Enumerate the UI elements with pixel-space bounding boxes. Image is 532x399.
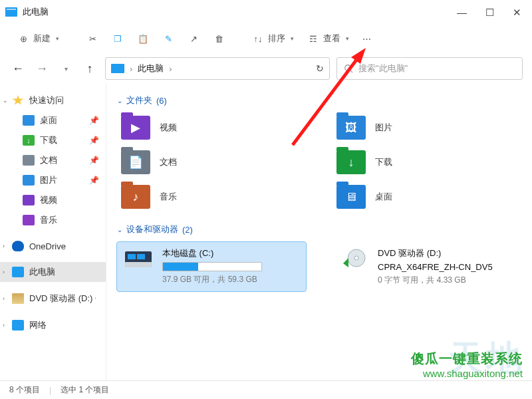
svg-line-1 [350,70,353,73]
sidebar-quick-access[interactable]: ⌄ 快速访问 [0,90,106,110]
sidebar-desktop[interactable]: 桌面 📌 [0,110,106,130]
watermark-url: www.shaguaxitong.net [411,368,523,379]
group-folders-header[interactable]: ⌄ 文件夹 (6) [117,94,521,106]
status-selection: 选中 1 个项目 [61,384,109,396]
sidebar-label: OneDrive [29,241,66,251]
chevron-right-icon: › [3,322,5,329]
chevron-down-icon: ▾ [291,35,294,42]
star-icon [12,95,24,106]
drive-c[interactable]: 本地磁盘 (C:) 37.9 GB 可用，共 59.3 GB [117,242,306,291]
sidebar-label: 下载 [40,134,57,146]
group-count: (2) [182,225,193,235]
desktop-folder-icon: 🖥 [336,185,366,209]
minimize-button[interactable]: — [457,7,467,17]
app-icon [5,7,17,17]
folder-pictures[interactable]: 🖼 图片 [332,113,521,142]
share-button[interactable]: ↗ [184,30,203,47]
rename-icon: ✎ [162,33,174,45]
group-label: 文件夹 [126,94,152,106]
address-bar[interactable]: › 此电脑 › ↻ [105,57,330,80]
pin-icon: 📌 [89,116,99,125]
sidebar-videos[interactable]: 视频 [0,190,106,210]
drive-name: DVD 驱动器 (D:) [378,247,493,259]
drive-d[interactable]: DVD 驱动器 (D:) CPRA_X64FRE_ZH-CN_DV5 0 字节 … [332,242,521,291]
search-icon [344,64,353,73]
sidebar-this-pc[interactable]: › 此电脑 [0,262,106,282]
back-button[interactable]: ← [9,62,27,76]
maximize-button[interactable]: ☐ [485,7,494,17]
new-button[interactable]: ⊕ 新建 ▾ [13,30,63,47]
delete-button[interactable]: 🗑 [209,30,229,47]
sidebar-dvd[interactable]: › DVD 驱动器 (D:) CP [0,289,106,309]
pin-icon: 📌 [89,176,99,185]
network-icon [12,320,24,331]
up-button[interactable]: ↑ [81,62,98,76]
folder-downloads[interactable]: ↓ 下载 [332,148,521,177]
sidebar-label: 此电脑 [29,266,55,278]
forward-button[interactable]: → [33,62,51,76]
cut-icon: ✂ [86,33,98,45]
disk-icon [124,247,153,271]
sort-label: 排序 [268,33,285,45]
folder-label: 下载 [375,156,392,168]
folder-label: 音乐 [160,191,177,203]
sort-icon: ↑↓ [252,33,264,45]
copy-icon: ❐ [112,33,124,45]
chevron-down-icon: ⌄ [3,97,8,104]
pin-icon: 📌 [89,156,99,165]
video-icon [23,195,35,205]
view-button[interactable]: ☶ 查看 ▾ [303,30,353,47]
chevron-right-icon: › [3,243,5,249]
rename-button[interactable]: ✎ [158,30,178,47]
cut-button[interactable]: ✂ [82,30,102,47]
close-button[interactable]: ✕ [513,7,521,17]
navigation-row: ← → ▾ ↑ › 此电脑 › ↻ 搜索"此电脑" [0,53,532,84]
svg-rect-3 [125,262,152,267]
paste-icon: 📋 [137,33,149,45]
folder-music[interactable]: ♪ 音乐 [117,182,306,211]
view-icon: ☶ [307,33,319,45]
group-devices-header[interactable]: ⌄ 设备和驱动器 (2) [117,223,521,235]
sort-button[interactable]: ↑↓ 排序 ▾ [248,30,298,47]
folder-documents[interactable]: 📄 文档 [117,148,306,177]
more-icon: ⋯ [362,34,371,44]
paste-button[interactable]: 📋 [133,30,153,47]
picture-icon [23,175,35,186]
svg-rect-4 [128,254,136,259]
drive-subtext: 0 字节 可用，共 4.33 GB [378,275,493,286]
status-bar: 8 个项目 | 选中 1 个项目 [0,380,532,399]
sidebar-pictures[interactable]: 图片 📌 [0,170,106,190]
more-button[interactable]: ⋯ [358,31,375,47]
chevron-down-icon: ⌄ [117,97,122,104]
copy-button[interactable]: ❐ [108,30,128,47]
pc-icon [111,64,124,73]
dvd-drive-icon [339,247,368,271]
breadcrumb-root[interactable]: 此电脑 [138,63,164,74]
folder-videos[interactable]: ▶ 视频 [117,113,306,142]
sidebar-music[interactable]: 音乐 [0,210,106,230]
watermark-title: 傻瓜一键重装系统 [411,350,523,368]
watermark: 傻瓜一键重装系统 www.shaguaxitong.net [411,350,523,379]
sidebar-downloads[interactable]: ↓ 下载 📌 [0,130,106,150]
sidebar-documents[interactable]: 文档 📌 [0,150,106,170]
video-folder-icon: ▶ [121,116,150,140]
recent-button[interactable]: ▾ [57,65,74,72]
pc-icon [12,267,24,277]
folder-desktop[interactable]: 🖥 桌面 [332,182,521,211]
folder-label: 桌面 [375,191,392,203]
sidebar-network[interactable]: › 网络 [0,315,106,335]
search-box[interactable]: 搜索"此电脑" [336,57,523,80]
document-folder-icon: 📄 [121,150,150,174]
chevron-down-icon: ▾ [346,35,349,42]
sidebar-onedrive[interactable]: › OneDrive [0,237,106,255]
picture-folder-icon: 🖼 [336,116,366,140]
sidebar-label: 桌面 [40,114,57,126]
breadcrumb-sep: › [169,64,172,74]
svg-point-0 [345,65,351,71]
window-controls: — ☐ ✕ [457,7,527,17]
sidebar-label: 音乐 [40,214,57,226]
music-folder-icon: ♪ [121,185,150,209]
toolbar: ⊕ 新建 ▾ ✂ ❐ 📋 ✎ ↗ 🗑 ↑↓ 排序 ▾ ☶ 查看 ▾ ⋯ [0,24,532,53]
refresh-button[interactable]: ↻ [316,63,324,74]
sidebar-label: 视频 [40,194,57,206]
